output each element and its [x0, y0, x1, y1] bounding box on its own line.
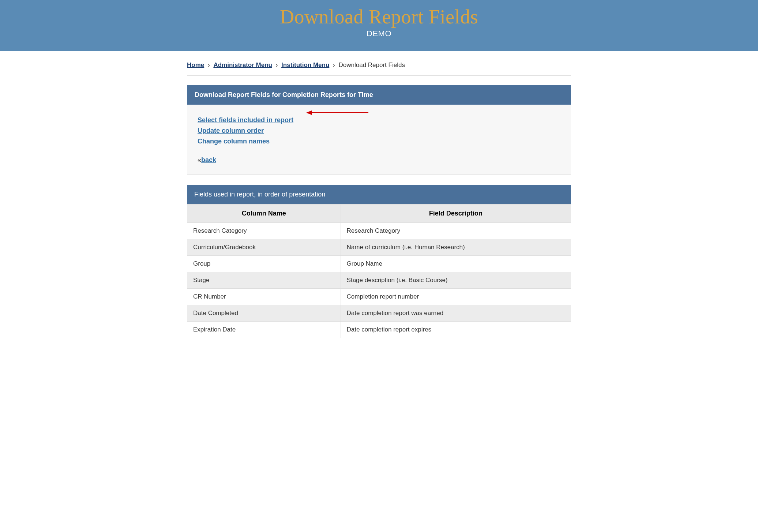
action-links: Select fields included in report Update … — [198, 116, 560, 145]
table-row: Research CategoryResearch Category — [187, 223, 571, 239]
back-link[interactable]: back — [201, 156, 216, 164]
cell-field-description: Completion report number — [341, 289, 571, 305]
cell-column-name: Stage — [187, 272, 341, 289]
table-row: GroupGroup Name — [187, 256, 571, 272]
breadcrumb-admin-menu[interactable]: Administrator Menu — [213, 61, 272, 68]
cell-field-description: Stage description (i.e. Basic Course) — [341, 272, 571, 289]
select-fields-link[interactable]: Select fields included in report — [198, 116, 293, 124]
fields-table-panel: Fields used in report, in order of prese… — [187, 185, 571, 338]
cell-column-name: Date Completed — [187, 305, 341, 322]
cell-field-description: Name of curriculum (i.e. Human Research) — [341, 239, 571, 256]
back-link-wrap: «back — [198, 156, 560, 164]
page-title: Download Report Fields — [0, 5, 758, 28]
column-header-description: Field Description — [341, 205, 571, 223]
actions-panel-header: Download Report Fields for Completion Re… — [187, 85, 571, 105]
cell-field-description: Research Category — [341, 223, 571, 239]
page-subtitle: DEMO — [0, 29, 758, 38]
cell-column-name: Expiration Date — [187, 322, 341, 338]
column-header-name: Column Name — [187, 205, 341, 223]
cell-column-name: Group — [187, 256, 341, 272]
breadcrumb-separator: › — [333, 61, 335, 68]
breadcrumb: Home › Administrator Menu › Institution … — [187, 51, 571, 76]
breadcrumb-separator: › — [208, 61, 210, 68]
actions-panel-body: Select fields included in report Update … — [187, 105, 571, 174]
breadcrumb-separator: › — [276, 61, 278, 68]
fields-table: Column Name Field Description Research C… — [187, 204, 571, 338]
table-row: Date CompletedDate completion report was… — [187, 305, 571, 322]
page-header: Download Report Fields DEMO — [0, 0, 758, 51]
table-row: CR NumberCompletion report number — [187, 289, 571, 305]
table-header-row: Column Name Field Description — [187, 205, 571, 223]
back-prefix: « — [198, 156, 201, 164]
breadcrumb-home[interactable]: Home — [187, 61, 204, 68]
table-row: Expiration DateDate completion report ex… — [187, 322, 571, 338]
change-column-names-link[interactable]: Change column names — [198, 138, 270, 145]
cell-field-description: Date completion report expires — [341, 322, 571, 338]
table-row: Curriculum/GradebookName of curriculum (… — [187, 239, 571, 256]
breadcrumb-institution-menu[interactable]: Institution Menu — [281, 61, 329, 68]
breadcrumb-current: Download Report Fields — [338, 61, 405, 68]
actions-panel: Download Report Fields for Completion Re… — [187, 85, 571, 175]
update-column-order-link[interactable]: Update column order — [198, 127, 264, 135]
cell-field-description: Group Name — [341, 256, 571, 272]
table-row: StageStage description (i.e. Basic Cours… — [187, 272, 571, 289]
cell-column-name: Curriculum/Gradebook — [187, 239, 341, 256]
cell-field-description: Date completion report was earned — [341, 305, 571, 322]
fields-table-header: Fields used in report, in order of prese… — [187, 185, 571, 204]
cell-column-name: Research Category — [187, 223, 341, 239]
cell-column-name: CR Number — [187, 289, 341, 305]
